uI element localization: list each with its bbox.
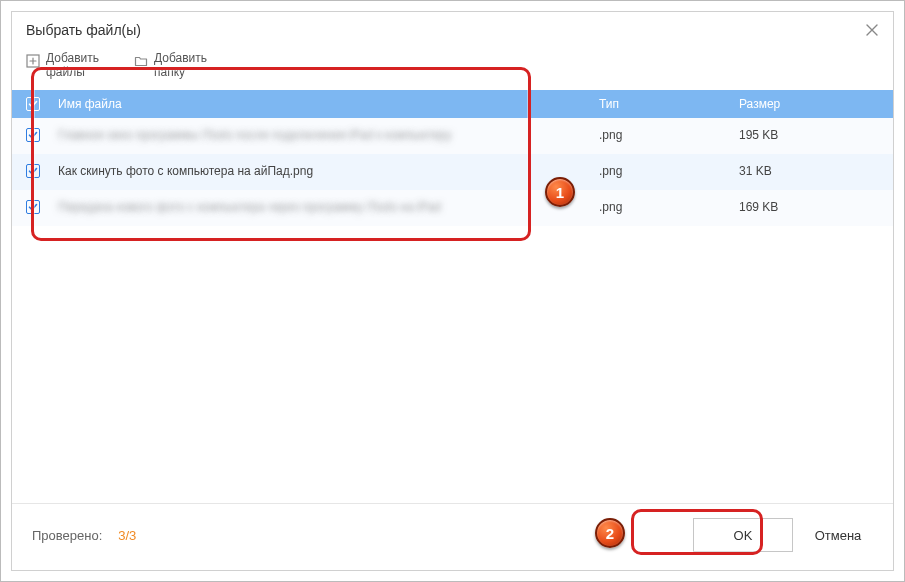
file-size: 195 KB — [739, 128, 879, 142]
add-folder-label: Добавить папку — [154, 52, 224, 80]
file-size: 31 KB — [739, 164, 879, 178]
select-all-checkbox[interactable] — [26, 97, 40, 111]
row-checkbox[interactable] — [26, 200, 40, 214]
column-header-type[interactable]: Тип — [599, 97, 739, 111]
folder-icon — [134, 54, 148, 68]
add-files-button[interactable]: Добавить файлы — [26, 52, 116, 80]
file-size: 169 KB — [739, 200, 879, 214]
close-icon[interactable] — [865, 23, 879, 37]
column-header-name[interactable]: Имя файла — [54, 97, 599, 111]
status-count: 3/3 — [118, 528, 136, 543]
file-name: Главное окно программы iTools после подк… — [54, 128, 599, 142]
file-type: .png — [599, 164, 739, 178]
ok-button[interactable]: OK — [693, 518, 793, 552]
plus-square-icon — [26, 54, 40, 68]
table-row[interactable]: Передача нового фото с компьютера через … — [12, 190, 893, 226]
file-type: .png — [599, 128, 739, 142]
table-row[interactable]: Главное окно программы iTools после подк… — [12, 118, 893, 154]
file-name: Как скинуть фото с компьютера на айПад.p… — [54, 164, 599, 178]
file-name: Передача нового фото с компьютера через … — [54, 200, 599, 214]
file-type: .png — [599, 200, 739, 214]
column-header-size[interactable]: Размер — [739, 97, 879, 111]
file-list: Главное окно программы iTools после подк… — [12, 118, 893, 226]
table-row[interactable]: Как скинуть фото с компьютера на айПад.p… — [12, 154, 893, 190]
add-folder-button[interactable]: Добавить папку — [134, 52, 224, 80]
cancel-button[interactable]: Отмена — [803, 518, 873, 552]
row-checkbox[interactable] — [26, 128, 40, 142]
add-files-label: Добавить файлы — [46, 52, 116, 80]
status-label: Проверено: — [32, 528, 102, 543]
toolbar: Добавить файлы Добавить папку — [12, 44, 893, 90]
dialog-title: Выбрать файл(ы) — [26, 22, 865, 38]
file-picker-dialog: Выбрать файл(ы) Добавить файлы Добавить … — [11, 11, 894, 571]
row-checkbox[interactable] — [26, 164, 40, 178]
titlebar: Выбрать файл(ы) — [12, 12, 893, 44]
footer: Проверено: 3/3 OK Отмена — [12, 503, 893, 570]
table-header: Имя файла Тип Размер — [12, 90, 893, 118]
